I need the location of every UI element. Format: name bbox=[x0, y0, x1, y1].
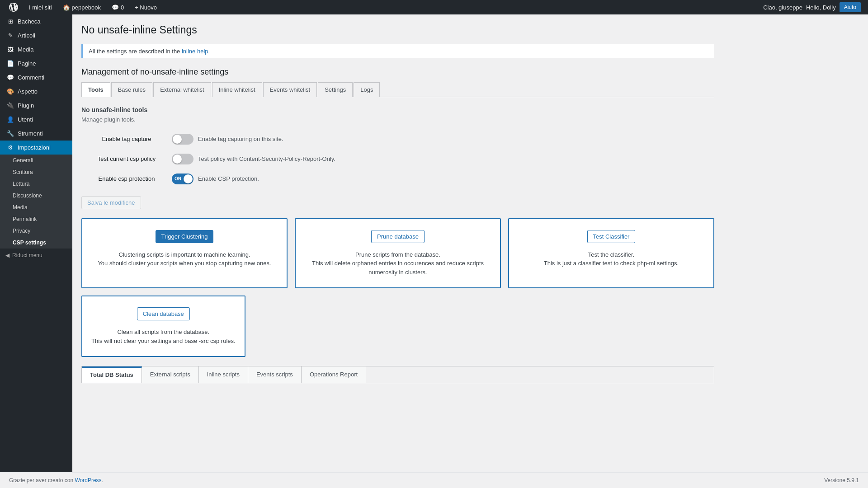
plugin-icon: 🔌 bbox=[7, 102, 14, 109]
section-title: Management of no-unsafe-inline settings bbox=[81, 67, 714, 77]
submenu-permalink[interactable]: Permalink bbox=[0, 213, 72, 225]
sidebar-item-label: Articoli bbox=[18, 32, 35, 39]
footer-left: Grazie per aver creato con WordPress. bbox=[9, 477, 103, 483]
impostazioni-submenu: Generali Scrittura Lettura Discussione M… bbox=[0, 155, 72, 249]
tools-section: No unsafe-inline tools Manage plugin too… bbox=[81, 106, 714, 209]
sidebar-item-articoli[interactable]: ✎ Articoli bbox=[0, 28, 72, 42]
form-row-tag-capture: Enable tag capture Enable tag capturing … bbox=[81, 129, 714, 149]
trigger-clustering-button[interactable]: Trigger Clustering bbox=[156, 230, 214, 243]
card-text-prune-2: This will delete orphaned entries in occ… bbox=[305, 259, 491, 277]
sidebar-item-label: Plugin bbox=[18, 102, 34, 109]
sidebar-item-plugin[interactable]: 🔌 Plugin bbox=[0, 99, 72, 113]
sidebar-item-bacheca[interactable]: ⊞ Bacheca bbox=[0, 14, 72, 28]
users-icon: 👤 bbox=[7, 116, 14, 123]
sidebar-item-strumenti[interactable]: 🔧 Strumenti bbox=[0, 127, 72, 141]
site-name-menu[interactable]: 🏠 peppebook bbox=[57, 0, 106, 14]
sidebar-item-label: Aspetto bbox=[18, 88, 38, 95]
sidebar-item-commenti[interactable]: 💬 Commenti bbox=[0, 70, 72, 84]
submenu-scrittura[interactable]: Scrittura bbox=[0, 166, 72, 178]
tab-inline-whitelist[interactable]: Inline whitelist bbox=[212, 82, 262, 97]
new-content-menu[interactable]: + Nuovo bbox=[129, 0, 162, 14]
help-button[interactable]: Aiuto bbox=[840, 2, 861, 12]
tools-heading: No unsafe-inline tools bbox=[81, 106, 714, 113]
collapse-icon: ◀ bbox=[5, 252, 9, 258]
sidebar: ⊞ Bacheca ✎ Articoli 🖼 Media 📄 Pagine 💬 … bbox=[0, 14, 72, 472]
toggle-label-csp-policy: Test policy with Content-Security-Policy… bbox=[198, 155, 335, 162]
card-test-classifier: Test Classifier Test the classifier. Thi… bbox=[508, 218, 714, 289]
toggle-csp-protection[interactable]: ON Enable CSP protection. bbox=[172, 174, 714, 184]
bottom-tab-external-scripts[interactable]: External scripts bbox=[142, 366, 199, 383]
submenu-media[interactable]: Media bbox=[0, 202, 72, 213]
collapse-label: Riduci menu bbox=[12, 252, 42, 258]
i-miei-siti-label: I miei siti bbox=[29, 4, 52, 11]
submenu-generali[interactable]: Generali bbox=[0, 155, 72, 166]
inline-help-link[interactable]: inline help bbox=[182, 48, 208, 55]
toggle-label-tag-capture: Enable tag capturing on this site. bbox=[198, 136, 283, 142]
sidebar-item-impostazioni[interactable]: ⚙ Impostazioni bbox=[0, 141, 72, 155]
new-content-label: + Nuovo bbox=[135, 4, 157, 11]
bottom-tab-events-scripts[interactable]: Events scripts bbox=[248, 366, 302, 383]
wp-logo-menu[interactable] bbox=[4, 0, 24, 14]
admin-bar: I miei siti 🏠 peppebook 💬 0 + Nuovo Ciao… bbox=[0, 0, 868, 14]
submenu-csp-settings[interactable]: CSP settings bbox=[0, 237, 72, 249]
card-text-clustering-1: Clustering scripts is important to machi… bbox=[91, 250, 278, 259]
tool-cards-row2: Clean database Clean all scripts from th… bbox=[81, 296, 714, 357]
sidebar-item-label: Utenti bbox=[18, 116, 33, 123]
bottom-tab-total-db-status[interactable]: Total DB Status bbox=[82, 366, 142, 383]
sidebar-item-label: Pagine bbox=[18, 60, 36, 67]
sidebar-item-label: Bacheca bbox=[18, 18, 41, 25]
comments-menu[interactable]: 💬 0 bbox=[106, 0, 129, 14]
greeting-text: Ciao, giuseppe bbox=[763, 4, 802, 11]
prune-database-button[interactable]: Prune database bbox=[371, 230, 425, 243]
card-clean-database: Clean database Clean all scripts from th… bbox=[81, 296, 245, 357]
submenu-discussione[interactable]: Discussione bbox=[0, 190, 72, 202]
bottom-tab-operations-report[interactable]: Operations Report bbox=[302, 366, 366, 383]
toggle-tag-capture[interactable]: Enable tag capturing on this site. bbox=[172, 134, 714, 145]
notice-period: . bbox=[208, 48, 210, 55]
form-row-csp-policy: Test current csp policy Test policy with… bbox=[81, 149, 714, 169]
settings-table: Enable tag capture Enable tag capturing … bbox=[81, 129, 714, 189]
footer-period: . bbox=[102, 477, 103, 483]
bottom-tab-bar: Total DB Status External scripts Inline … bbox=[81, 366, 714, 383]
card-text-clean-1: Clean all scripts from the database. bbox=[91, 328, 236, 337]
toggle-switch-tag-capture[interactable] bbox=[172, 134, 193, 145]
field-label-tag-capture: Enable tag capture bbox=[81, 129, 172, 149]
bottom-tab-inline-scripts[interactable]: Inline scripts bbox=[199, 366, 248, 383]
tab-tools[interactable]: Tools bbox=[81, 82, 110, 97]
comments-count: 0 bbox=[121, 4, 124, 11]
sidebar-item-media[interactable]: 🖼 Media bbox=[0, 42, 72, 56]
sidebar-item-label: Media bbox=[18, 46, 33, 53]
footer: Grazie per aver creato con WordPress. Ve… bbox=[0, 472, 868, 488]
tab-external-whitelist[interactable]: External whitelist bbox=[153, 82, 211, 97]
tab-logs[interactable]: Logs bbox=[354, 82, 380, 97]
toggle-switch-csp-policy[interactable] bbox=[172, 154, 193, 164]
save-changes-button[interactable]: Salva le modifiche bbox=[81, 196, 141, 209]
sidebar-item-utenti[interactable]: 👤 Utenti bbox=[0, 113, 72, 127]
tab-events-whitelist[interactable]: Events whitelist bbox=[263, 82, 317, 97]
sidebar-item-label: Commenti bbox=[18, 74, 44, 81]
i-miei-siti-menu[interactable]: I miei siti bbox=[24, 0, 57, 14]
toggle-switch-csp-protection[interactable]: ON bbox=[172, 174, 193, 184]
toggle-knob bbox=[173, 135, 182, 144]
tools-icon: 🔧 bbox=[7, 130, 14, 137]
hello-dolly-text: Hello, Dolly bbox=[806, 4, 836, 11]
appearance-icon: 🎨 bbox=[7, 88, 14, 95]
submenu-privacy[interactable]: Privacy bbox=[0, 225, 72, 237]
collapse-menu-item[interactable]: ◀ Riduci menu bbox=[0, 249, 72, 262]
sidebar-item-pagine[interactable]: 📄 Pagine bbox=[0, 56, 72, 70]
wordpress-link[interactable]: WordPress bbox=[75, 477, 101, 483]
tab-base-rules[interactable]: Base rules bbox=[111, 82, 152, 97]
tab-settings[interactable]: Settings bbox=[318, 82, 353, 97]
test-classifier-button[interactable]: Test Classifier bbox=[587, 230, 636, 243]
media-icon: 🖼 bbox=[7, 46, 14, 53]
settings-icon: ⚙ bbox=[7, 144, 14, 151]
field-label-csp-policy: Test current csp policy bbox=[81, 149, 172, 169]
toggle-csp-policy[interactable]: Test policy with Content-Security-Policy… bbox=[172, 154, 714, 164]
tab-bar: Tools Base rules External whitelist Inli… bbox=[81, 82, 714, 97]
bottom-tabs: Total DB Status External scripts Inline … bbox=[81, 366, 714, 383]
sidebar-item-aspetto[interactable]: 🎨 Aspetto bbox=[0, 84, 72, 99]
clean-database-button[interactable]: Clean database bbox=[137, 307, 190, 320]
notice-text: All the settings are described in the bbox=[89, 48, 180, 55]
submenu-lettura[interactable]: Lettura bbox=[0, 178, 72, 190]
card-trigger-clustering: Trigger Clustering Clustering scripts is… bbox=[81, 218, 288, 289]
